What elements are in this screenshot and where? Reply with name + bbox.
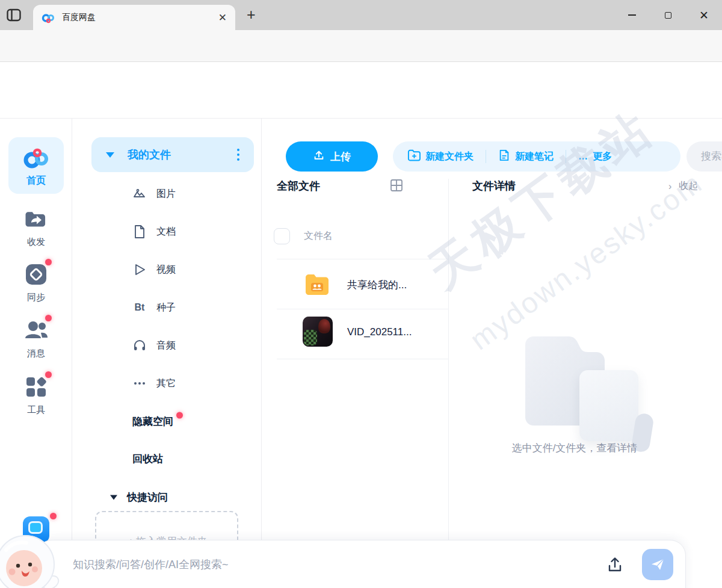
- video-thumbnail[interactable]: [303, 317, 333, 347]
- file-row-name[interactable]: 共享给我的...: [347, 278, 407, 292]
- file-row-name[interactable]: VID_202511...: [347, 326, 412, 338]
- notification-dot: [176, 412, 183, 419]
- messages-people-icon: [23, 317, 49, 344]
- sidebar-item-pictures[interactable]: 图片: [132, 187, 176, 201]
- sidebar-item-videos[interactable]: 视频: [132, 262, 176, 277]
- document-icon: [132, 224, 147, 239]
- netdisk-logo-icon: [23, 144, 49, 171]
- rail-label-sync: 同步: [27, 292, 45, 303]
- search-files-input[interactable]: [687, 141, 722, 172]
- paper-plane-icon: [650, 557, 665, 572]
- browser-titlebar: 百度网盘 ✕ + ✕: [0, 0, 722, 30]
- more-dots-icon: …: [578, 151, 588, 162]
- sidebar-item-hidden-space[interactable]: 隐藏空间: [132, 415, 173, 429]
- rail-label-home: 首页: [26, 175, 46, 187]
- chevron-right-icon: ›: [668, 181, 671, 192]
- send-button[interactable]: [642, 549, 673, 580]
- bt-icon: Bt: [132, 300, 147, 315]
- new-note-button[interactable]: 新建笔记: [498, 149, 554, 164]
- ai-search-bar[interactable]: [36, 540, 686, 588]
- my-files-menu-icon[interactable]: [237, 149, 239, 161]
- ellipsis-icon: [132, 376, 147, 391]
- rail-label-tools: 工具: [27, 404, 45, 416]
- browser-tab[interactable]: 百度网盘 ✕: [33, 5, 235, 30]
- image-icon: [132, 187, 147, 201]
- rail-item-transfer[interactable]: 收发: [0, 206, 72, 248]
- rail-item-tools[interactable]: 工具: [0, 374, 72, 416]
- details-panel-title: 文件详情: [472, 179, 516, 193]
- my-files-label: 我的文件: [128, 147, 171, 162]
- play-icon: [132, 262, 147, 277]
- new-folder-button[interactable]: 新建文件夹: [407, 149, 474, 164]
- sidebar-item-torrents[interactable]: Bt 种子: [132, 300, 176, 315]
- left-rail: 首页 收发 同步 消息 工具: [0, 119, 72, 588]
- sidebar-item-audio[interactable]: 音频: [132, 338, 176, 353]
- divider: [277, 359, 448, 359]
- details-empty-hint: 选中文件/文件夹，查看详情: [454, 441, 695, 455]
- share-upload-icon[interactable]: [606, 556, 624, 574]
- sidebar-item-recycle-bin[interactable]: 回收站: [132, 452, 163, 466]
- divider: [486, 150, 486, 163]
- shared-folder-icon[interactable]: [303, 270, 332, 299]
- upload-icon: [313, 149, 325, 164]
- action-group: 新建文件夹 新建笔记 … 更多: [393, 141, 680, 172]
- notification-dot: [45, 315, 52, 321]
- sidebar-item-other[interactable]: 其它: [132, 376, 176, 391]
- assistant-chat-icon[interactable]: [23, 516, 49, 543]
- window-controls: ✕: [614, 0, 722, 30]
- rail-label-transfer: 收发: [27, 237, 45, 248]
- divider: [566, 150, 566, 163]
- empty-state-file-illustration: [579, 370, 638, 441]
- rail-item-messages[interactable]: 消息: [0, 317, 72, 359]
- rail-item-home[interactable]: 首页: [8, 137, 64, 194]
- files-sidebar: 我的文件 图片 文档 视频 Bt 种子 音频 其它 隐藏空间: [72, 119, 262, 588]
- chevron-down-icon[interactable]: [110, 495, 117, 500]
- new-note-icon: [498, 149, 510, 164]
- chevron-down-icon[interactable]: [106, 152, 114, 158]
- file-list-title: 全部文件: [277, 179, 320, 193]
- notification-dot: [50, 513, 57, 519]
- rail-item-sync[interactable]: 同步: [0, 261, 72, 303]
- new-folder-icon: [407, 149, 421, 164]
- new-tab-button[interactable]: +: [247, 6, 256, 23]
- page-header: SVIP1 创建企业/团队 会员中心 打开客户端: [0, 62, 722, 119]
- select-all-checkbox[interactable]: [274, 228, 290, 244]
- upload-label: 上传: [330, 150, 351, 164]
- tab-close-icon[interactable]: ✕: [218, 13, 227, 23]
- divider: [448, 179, 449, 588]
- ai-search-input[interactable]: [73, 559, 606, 571]
- tab-actions-icon[interactable]: [5, 7, 23, 23]
- tools-grid-icon: [23, 374, 49, 400]
- notification-dot: [45, 259, 52, 265]
- grid-view-icon[interactable]: [390, 179, 403, 192]
- headphones-icon: [132, 338, 147, 353]
- sidebar-item-my-files[interactable]: 我的文件: [91, 137, 254, 172]
- sidebar-item-documents[interactable]: 文档: [132, 224, 176, 239]
- send-receive-icon: [23, 206, 49, 232]
- maximize-button[interactable]: [650, 0, 686, 30]
- divider: [277, 309, 448, 309]
- notification-dot: [45, 371, 52, 378]
- more-button[interactable]: … 更多: [578, 150, 612, 163]
- browser-navbar: https://pan.baidu.com/disk/main?from=hom…: [0, 30, 722, 62]
- sync-icon: [23, 261, 49, 288]
- sidebar-item-quick-access[interactable]: 快捷访问: [110, 491, 168, 504]
- collapse-details-button[interactable]: › 收起: [668, 180, 698, 193]
- divider: [277, 259, 448, 259]
- rail-label-messages: 消息: [27, 348, 45, 359]
- minimize-button[interactable]: [614, 0, 650, 30]
- filename-column-header: 文件名: [304, 230, 333, 243]
- close-button[interactable]: ✕: [686, 0, 722, 30]
- main-content: 上传 新建文件夹 新建笔记 … 更多 全部文件 文件名 共享给我的...: [262, 119, 722, 588]
- tab-title: 百度网盘: [62, 12, 96, 23]
- upload-button[interactable]: 上传: [286, 141, 378, 172]
- baidu-netdisk-favicon: [42, 11, 55, 24]
